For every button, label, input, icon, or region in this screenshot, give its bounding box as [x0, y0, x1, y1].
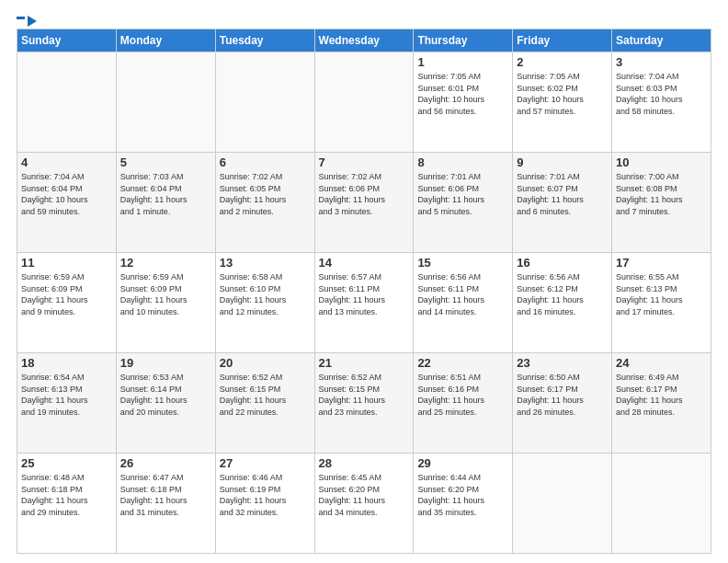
- day-number: 8: [417, 155, 508, 169]
- day-number: 9: [517, 155, 608, 169]
- day-cell: 12Sunrise: 6:59 AMSunset: 6:09 PMDayligh…: [116, 253, 215, 353]
- logo: [17, 15, 25, 19]
- weekday-header-tuesday: Tuesday: [215, 29, 314, 52]
- weekday-header-thursday: Thursday: [414, 29, 513, 52]
- day-cell: 2Sunrise: 7:05 AMSunset: 6:02 PMDaylight…: [513, 52, 612, 153]
- day-info: Sunrise: 7:02 AMSunset: 6:06 PMDaylight:…: [319, 171, 410, 217]
- day-info: Sunrise: 6:54 AMSunset: 6:13 PMDaylight:…: [21, 372, 112, 418]
- day-info: Sunrise: 7:05 AMSunset: 6:01 PMDaylight:…: [417, 71, 508, 117]
- day-info: Sunrise: 6:50 AMSunset: 6:17 PMDaylight:…: [517, 372, 608, 418]
- day-info: Sunrise: 7:03 AMSunset: 6:04 PMDaylight:…: [120, 171, 211, 217]
- calendar-table: SundayMondayTuesdayWednesdayThursdayFrid…: [17, 29, 711, 554]
- day-number: 7: [319, 155, 410, 169]
- day-number: 18: [21, 356, 112, 370]
- day-info: Sunrise: 6:59 AMSunset: 6:09 PMDaylight:…: [120, 271, 211, 317]
- day-cell: 5Sunrise: 7:03 AMSunset: 6:04 PMDaylight…: [116, 153, 215, 253]
- day-number: 5: [120, 155, 211, 169]
- svg-marker-0: [28, 16, 37, 27]
- logo-underline: [17, 17, 25, 19]
- day-cell: 16Sunrise: 6:56 AMSunset: 6:12 PMDayligh…: [513, 253, 612, 353]
- day-number: 28: [319, 456, 410, 470]
- page: SundayMondayTuesdayWednesdayThursdayFrid…: [0, 0, 728, 563]
- day-number: 19: [120, 356, 211, 370]
- weekday-header-friday: Friday: [513, 29, 612, 52]
- day-info: Sunrise: 6:53 AMSunset: 6:14 PMDaylight:…: [120, 372, 211, 418]
- day-cell: 14Sunrise: 6:57 AMSunset: 6:11 PMDayligh…: [314, 253, 414, 353]
- day-cell: 25Sunrise: 6:48 AMSunset: 6:18 PMDayligh…: [17, 454, 117, 554]
- day-info: Sunrise: 6:59 AMSunset: 6:09 PMDaylight:…: [21, 271, 112, 317]
- day-cell: 23Sunrise: 6:50 AMSunset: 6:17 PMDayligh…: [513, 353, 612, 454]
- day-number: 13: [220, 256, 311, 270]
- day-number: 27: [220, 456, 311, 470]
- day-cell: 22Sunrise: 6:51 AMSunset: 6:16 PMDayligh…: [414, 353, 513, 454]
- day-info: Sunrise: 6:56 AMSunset: 6:12 PMDaylight:…: [517, 271, 608, 317]
- day-number: 4: [21, 155, 112, 169]
- day-info: Sunrise: 7:00 AMSunset: 6:08 PMDaylight:…: [616, 171, 707, 217]
- weekday-header-row: SundayMondayTuesdayWednesdayThursdayFrid…: [17, 29, 711, 52]
- day-cell: 27Sunrise: 6:46 AMSunset: 6:19 PMDayligh…: [215, 454, 314, 554]
- day-info: Sunrise: 6:58 AMSunset: 6:10 PMDaylight:…: [220, 271, 311, 317]
- day-number: 1: [417, 55, 508, 69]
- header: [17, 15, 711, 19]
- day-cell: 11Sunrise: 6:59 AMSunset: 6:09 PMDayligh…: [17, 253, 117, 353]
- day-info: Sunrise: 7:01 AMSunset: 6:06 PMDaylight:…: [417, 171, 508, 217]
- day-number: 23: [517, 356, 608, 370]
- day-info: Sunrise: 7:05 AMSunset: 6:02 PMDaylight:…: [517, 71, 608, 117]
- day-number: 16: [517, 256, 608, 270]
- day-number: 20: [220, 356, 311, 370]
- day-cell: 18Sunrise: 6:54 AMSunset: 6:13 PMDayligh…: [17, 353, 117, 454]
- day-info: Sunrise: 6:45 AMSunset: 6:20 PMDaylight:…: [319, 472, 410, 518]
- day-info: Sunrise: 6:49 AMSunset: 6:17 PMDaylight:…: [616, 372, 707, 418]
- day-number: 11: [21, 256, 112, 270]
- day-cell: [513, 454, 612, 554]
- day-info: Sunrise: 6:46 AMSunset: 6:19 PMDaylight:…: [220, 472, 311, 518]
- day-cell: [215, 52, 314, 153]
- day-info: Sunrise: 7:01 AMSunset: 6:07 PMDaylight:…: [517, 171, 608, 217]
- day-cell: 24Sunrise: 6:49 AMSunset: 6:17 PMDayligh…: [612, 353, 711, 454]
- day-cell: 15Sunrise: 6:56 AMSunset: 6:11 PMDayligh…: [414, 253, 513, 353]
- week-row-5: 25Sunrise: 6:48 AMSunset: 6:18 PMDayligh…: [17, 454, 711, 554]
- day-cell: 20Sunrise: 6:52 AMSunset: 6:15 PMDayligh…: [215, 353, 314, 454]
- day-number: 2: [517, 55, 608, 69]
- day-info: Sunrise: 6:51 AMSunset: 6:16 PMDaylight:…: [417, 372, 508, 418]
- day-cell: [314, 52, 414, 153]
- day-info: Sunrise: 6:44 AMSunset: 6:20 PMDaylight:…: [417, 472, 508, 518]
- day-info: Sunrise: 6:55 AMSunset: 6:13 PMDaylight:…: [616, 271, 707, 317]
- day-cell: [612, 454, 711, 554]
- day-number: 21: [319, 356, 410, 370]
- day-number: 14: [319, 256, 410, 270]
- day-cell: [116, 52, 215, 153]
- day-number: 6: [220, 155, 311, 169]
- day-number: 15: [417, 256, 508, 270]
- week-row-4: 18Sunrise: 6:54 AMSunset: 6:13 PMDayligh…: [17, 353, 711, 454]
- day-number: 29: [417, 456, 508, 470]
- day-number: 26: [120, 456, 211, 470]
- day-cell: 1Sunrise: 7:05 AMSunset: 6:01 PMDaylight…: [414, 52, 513, 153]
- day-info: Sunrise: 6:48 AMSunset: 6:18 PMDaylight:…: [21, 472, 112, 518]
- day-info: Sunrise: 6:52 AMSunset: 6:15 PMDaylight:…: [220, 372, 311, 418]
- weekday-header-sunday: Sunday: [17, 29, 117, 52]
- day-info: Sunrise: 6:47 AMSunset: 6:18 PMDaylight:…: [120, 472, 211, 518]
- day-number: 17: [616, 256, 707, 270]
- day-cell: 21Sunrise: 6:52 AMSunset: 6:15 PMDayligh…: [314, 353, 414, 454]
- day-cell: 17Sunrise: 6:55 AMSunset: 6:13 PMDayligh…: [612, 253, 711, 353]
- day-number: 3: [616, 55, 707, 69]
- day-cell: 13Sunrise: 6:58 AMSunset: 6:10 PMDayligh…: [215, 253, 314, 353]
- day-cell: 9Sunrise: 7:01 AMSunset: 6:07 PMDaylight…: [513, 153, 612, 253]
- weekday-header-monday: Monday: [116, 29, 215, 52]
- day-info: Sunrise: 6:52 AMSunset: 6:15 PMDaylight:…: [319, 372, 410, 418]
- day-number: 10: [616, 155, 707, 169]
- day-cell: 8Sunrise: 7:01 AMSunset: 6:06 PMDaylight…: [414, 153, 513, 253]
- day-cell: 28Sunrise: 6:45 AMSunset: 6:20 PMDayligh…: [314, 454, 414, 554]
- day-cell: 7Sunrise: 7:02 AMSunset: 6:06 PMDaylight…: [314, 153, 414, 253]
- day-number: 25: [21, 456, 112, 470]
- week-row-3: 11Sunrise: 6:59 AMSunset: 6:09 PMDayligh…: [17, 253, 711, 353]
- day-cell: 19Sunrise: 6:53 AMSunset: 6:14 PMDayligh…: [116, 353, 215, 454]
- day-number: 12: [120, 256, 211, 270]
- week-row-2: 4Sunrise: 7:04 AMSunset: 6:04 PMDaylight…: [17, 153, 711, 253]
- day-number: 22: [417, 356, 508, 370]
- weekday-header-saturday: Saturday: [612, 29, 711, 52]
- day-cell: 3Sunrise: 7:04 AMSunset: 6:03 PMDaylight…: [612, 52, 711, 153]
- day-info: Sunrise: 7:04 AMSunset: 6:03 PMDaylight:…: [616, 71, 707, 117]
- day-cell: 4Sunrise: 7:04 AMSunset: 6:04 PMDaylight…: [17, 153, 117, 253]
